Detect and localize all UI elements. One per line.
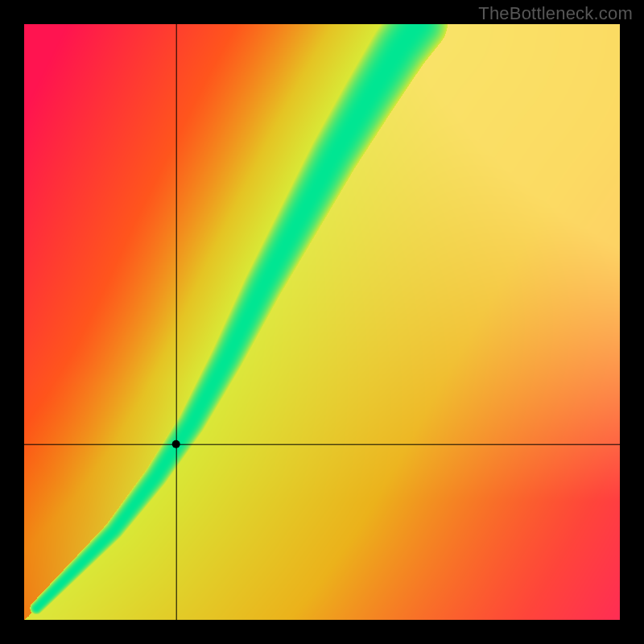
chart-container: TheBottleneck.com (0, 0, 644, 644)
heatmap-canvas (0, 0, 644, 644)
watermark-text: TheBottleneck.com (478, 3, 633, 24)
